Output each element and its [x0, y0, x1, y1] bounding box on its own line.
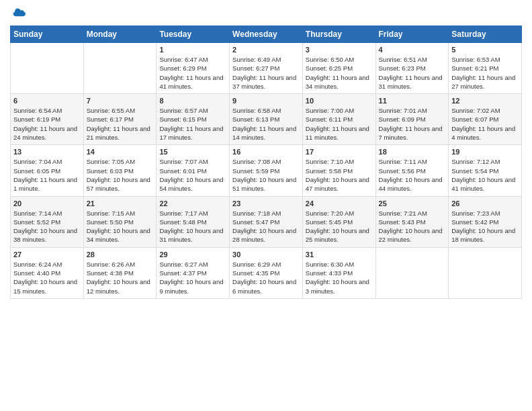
calendar-cell: 13Sunrise: 7:04 AM Sunset: 6:05 PM Dayli… — [11, 145, 84, 196]
header — [10, 7, 522, 20]
calendar-cell: 30Sunrise: 6:29 AM Sunset: 4:35 PM Dayli… — [230, 247, 303, 298]
calendar-cell: 7Sunrise: 6:55 AM Sunset: 6:17 PM Daylig… — [83, 94, 157, 145]
day-info: Sunrise: 6:27 AM Sunset: 4:37 PM Dayligh… — [159, 260, 226, 295]
day-info: Sunrise: 6:50 AM Sunset: 6:25 PM Dayligh… — [306, 55, 373, 91]
calendar-cell: 26Sunrise: 7:23 AM Sunset: 5:42 PM Dayli… — [449, 196, 522, 247]
day-number: 11 — [379, 97, 446, 105]
calendar-cell: 3Sunrise: 6:50 AM Sunset: 6:25 PM Daylig… — [302, 43, 375, 94]
day-number: 2 — [232, 46, 300, 54]
day-info: Sunrise: 7:08 AM Sunset: 5:59 PM Dayligh… — [232, 157, 300, 193]
day-info: Sunrise: 7:01 AM Sunset: 6:09 PM Dayligh… — [379, 106, 446, 142]
page: SundayMondayTuesdayWednesdayThursdayFrid… — [0, 0, 532, 411]
day-info: Sunrise: 6:49 AM Sunset: 6:27 PM Dayligh… — [232, 55, 300, 91]
calendar-cell: 12Sunrise: 7:02 AM Sunset: 6:07 PM Dayli… — [449, 94, 522, 145]
day-info: Sunrise: 6:55 AM Sunset: 6:17 PM Dayligh… — [87, 106, 154, 142]
day-header-thursday: Thursday — [302, 26, 375, 43]
calendar-cell: 23Sunrise: 7:18 AM Sunset: 5:47 PM Dayli… — [230, 196, 303, 247]
calendar-cell — [449, 247, 522, 298]
day-number: 28 — [87, 250, 154, 259]
day-header-sunday: Sunday — [11, 26, 84, 43]
day-info: Sunrise: 6:29 AM Sunset: 4:35 PM Dayligh… — [232, 260, 300, 295]
day-info: Sunrise: 6:47 AM Sunset: 6:29 PM Dayligh… — [159, 55, 226, 91]
calendar-cell: 14Sunrise: 7:05 AM Sunset: 6:03 PM Dayli… — [83, 145, 157, 196]
calendar-cell: 15Sunrise: 7:07 AM Sunset: 6:01 PM Dayli… — [157, 145, 230, 196]
day-info: Sunrise: 6:24 AM Sunset: 4:40 PM Dayligh… — [13, 260, 81, 295]
day-number: 17 — [306, 148, 373, 156]
day-number: 30 — [232, 250, 300, 259]
calendar-cell: 28Sunrise: 6:26 AM Sunset: 4:38 PM Dayli… — [83, 247, 157, 298]
calendar-cell: 16Sunrise: 7:08 AM Sunset: 5:59 PM Dayli… — [230, 145, 303, 196]
day-header-friday: Friday — [375, 26, 449, 43]
day-number: 25 — [379, 199, 446, 208]
day-number: 18 — [379, 148, 446, 156]
calendar-cell: 21Sunrise: 7:15 AM Sunset: 5:50 PM Dayli… — [83, 196, 157, 247]
day-header-monday: Monday — [83, 26, 157, 43]
day-number: 10 — [306, 97, 373, 105]
day-number: 14 — [87, 148, 154, 156]
calendar-cell: 11Sunrise: 7:01 AM Sunset: 6:09 PM Dayli… — [375, 94, 449, 145]
day-info: Sunrise: 6:57 AM Sunset: 6:15 PM Dayligh… — [159, 106, 226, 142]
day-info: Sunrise: 7:11 AM Sunset: 5:56 PM Dayligh… — [379, 157, 446, 193]
calendar-cell: 10Sunrise: 7:00 AM Sunset: 6:11 PM Dayli… — [302, 94, 375, 145]
calendar-table: SundayMondayTuesdayWednesdayThursdayFrid… — [10, 26, 522, 299]
calendar-cell: 4Sunrise: 6:51 AM Sunset: 6:23 PM Daylig… — [375, 43, 449, 94]
day-number: 26 — [451, 199, 519, 208]
day-number: 22 — [159, 199, 226, 208]
day-header-saturday: Saturday — [449, 26, 522, 43]
calendar-cell: 24Sunrise: 7:20 AM Sunset: 5:45 PM Dayli… — [302, 196, 375, 247]
day-info: Sunrise: 7:05 AM Sunset: 6:03 PM Dayligh… — [87, 157, 154, 193]
calendar-cell: 27Sunrise: 6:24 AM Sunset: 4:40 PM Dayli… — [11, 247, 84, 298]
day-info: Sunrise: 7:07 AM Sunset: 6:01 PM Dayligh… — [159, 157, 226, 193]
day-info: Sunrise: 7:20 AM Sunset: 5:45 PM Dayligh… — [306, 209, 373, 244]
day-number: 19 — [451, 148, 519, 156]
day-number: 31 — [306, 250, 373, 259]
week-row: 1Sunrise: 6:47 AM Sunset: 6:29 PM Daylig… — [11, 43, 522, 94]
week-row: 13Sunrise: 7:04 AM Sunset: 6:05 PM Dayli… — [11, 145, 522, 196]
calendar-cell: 6Sunrise: 6:54 AM Sunset: 6:19 PM Daylig… — [11, 94, 84, 145]
day-info: Sunrise: 7:00 AM Sunset: 6:11 PM Dayligh… — [306, 106, 373, 142]
logo-icon — [12, 7, 26, 20]
day-number: 24 — [306, 199, 373, 208]
day-number: 29 — [159, 250, 226, 259]
day-info: Sunrise: 7:15 AM Sunset: 5:50 PM Dayligh… — [87, 209, 154, 244]
week-row: 20Sunrise: 7:14 AM Sunset: 5:52 PM Dayli… — [11, 196, 522, 247]
calendar-cell: 19Sunrise: 7:12 AM Sunset: 5:54 PM Dayli… — [449, 145, 522, 196]
day-info: Sunrise: 7:21 AM Sunset: 5:43 PM Dayligh… — [379, 209, 446, 244]
day-number: 12 — [451, 97, 519, 105]
day-info: Sunrise: 6:53 AM Sunset: 6:21 PM Dayligh… — [451, 55, 519, 91]
day-info: Sunrise: 6:26 AM Sunset: 4:38 PM Dayligh… — [87, 260, 154, 295]
day-info: Sunrise: 6:58 AM Sunset: 6:13 PM Dayligh… — [232, 106, 300, 142]
calendar-cell: 20Sunrise: 7:14 AM Sunset: 5:52 PM Dayli… — [11, 196, 84, 247]
day-info: Sunrise: 6:54 AM Sunset: 6:19 PM Dayligh… — [13, 106, 81, 142]
logo — [10, 7, 26, 20]
day-info: Sunrise: 7:12 AM Sunset: 5:54 PM Dayligh… — [451, 157, 519, 193]
day-number: 21 — [87, 199, 154, 208]
calendar-cell: 2Sunrise: 6:49 AM Sunset: 6:27 PM Daylig… — [230, 43, 303, 94]
day-header-tuesday: Tuesday — [157, 26, 230, 43]
day-info: Sunrise: 7:10 AM Sunset: 5:58 PM Dayligh… — [306, 157, 373, 193]
day-number: 27 — [13, 250, 81, 259]
week-row: 27Sunrise: 6:24 AM Sunset: 4:40 PM Dayli… — [11, 247, 522, 298]
calendar-cell — [83, 43, 157, 94]
day-info: Sunrise: 7:17 AM Sunset: 5:48 PM Dayligh… — [159, 209, 226, 244]
calendar-cell: 17Sunrise: 7:10 AM Sunset: 5:58 PM Dayli… — [302, 145, 375, 196]
day-number: 1 — [159, 46, 226, 54]
calendar-cell — [375, 247, 449, 298]
calendar-cell: 8Sunrise: 6:57 AM Sunset: 6:15 PM Daylig… — [157, 94, 230, 145]
day-number: 9 — [232, 97, 300, 105]
calendar-cell: 18Sunrise: 7:11 AM Sunset: 5:56 PM Dayli… — [375, 145, 449, 196]
calendar-cell: 9Sunrise: 6:58 AM Sunset: 6:13 PM Daylig… — [230, 94, 303, 145]
calendar-cell: 1Sunrise: 6:47 AM Sunset: 6:29 PM Daylig… — [157, 43, 230, 94]
day-number: 15 — [159, 148, 226, 156]
calendar-cell: 31Sunrise: 6:30 AM Sunset: 4:33 PM Dayli… — [302, 247, 375, 298]
day-number: 8 — [159, 97, 226, 105]
calendar-cell: 25Sunrise: 7:21 AM Sunset: 5:43 PM Dayli… — [375, 196, 449, 247]
day-number: 23 — [232, 199, 300, 208]
day-number: 20 — [13, 199, 81, 208]
day-number: 6 — [13, 97, 81, 105]
day-info: Sunrise: 7:18 AM Sunset: 5:47 PM Dayligh… — [232, 209, 300, 244]
week-row: 6Sunrise: 6:54 AM Sunset: 6:19 PM Daylig… — [11, 94, 522, 145]
day-info: Sunrise: 6:51 AM Sunset: 6:23 PM Dayligh… — [379, 55, 446, 91]
day-number: 13 — [13, 148, 81, 156]
calendar-cell: 29Sunrise: 6:27 AM Sunset: 4:37 PM Dayli… — [157, 247, 230, 298]
